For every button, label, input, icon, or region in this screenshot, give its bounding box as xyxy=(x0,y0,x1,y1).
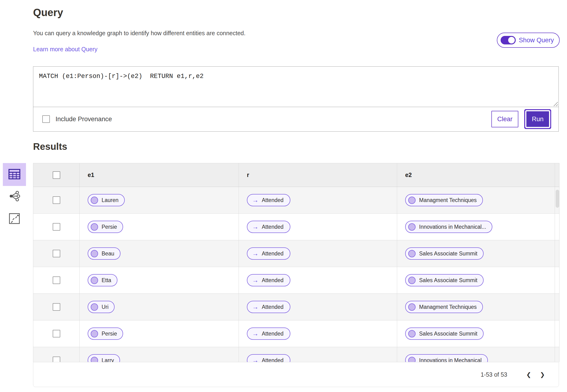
arrow-right-icon: → xyxy=(252,251,259,257)
table-view-button[interactable] xyxy=(3,163,26,186)
table-header-row: e1 r e2 xyxy=(33,163,559,187)
row-checkbox[interactable] xyxy=(53,277,60,284)
arrow-right-icon: → xyxy=(252,357,259,362)
arrow-right-icon: → xyxy=(252,224,259,230)
entity-pill-e2[interactable]: Innovations in Mechanical xyxy=(405,354,488,362)
pagination-range: 1-53 of 53 xyxy=(481,371,507,378)
relation-pill[interactable]: → Attended xyxy=(247,194,290,206)
entity-circle-icon xyxy=(408,303,415,311)
query-panel-footer: Include Provenance Clear Run xyxy=(33,107,558,131)
relation-pill[interactable]: → Attended xyxy=(247,221,290,233)
clear-button[interactable]: Clear xyxy=(491,111,518,127)
network-icon xyxy=(9,191,20,202)
entity-circle-icon xyxy=(91,277,98,284)
entity-pill-e1[interactable]: Etta xyxy=(88,274,117,286)
show-query-toggle[interactable]: Show Query xyxy=(497,33,560,48)
results-title: Results xyxy=(33,141,67,152)
entity-pill-e2[interactable]: Managment Techniques xyxy=(405,301,483,313)
row-checkbox[interactable] xyxy=(53,223,60,231)
table-icon xyxy=(8,169,21,180)
entity-pill-e2[interactable]: Innovations in Mechanical... xyxy=(405,221,492,233)
entity-pill-e2[interactable]: Sales Associate Summit xyxy=(405,327,484,340)
query-panel: MATCH (e1:Person)-[r]->(e2) RETURN e1,r,… xyxy=(33,66,559,132)
entity-circle-icon xyxy=(91,223,98,231)
entity-circle-icon xyxy=(408,357,415,362)
entity-circle-icon xyxy=(91,357,98,362)
entity-circle-icon xyxy=(408,330,415,337)
entity-pill-e1[interactable]: Persie xyxy=(88,327,123,340)
row-checkbox[interactable] xyxy=(53,330,60,337)
entity-circle-icon xyxy=(408,250,415,257)
table-row: Etta → Attended Sales Associate Summit xyxy=(33,267,559,294)
entity-pill-e1[interactable]: Uri xyxy=(88,301,115,313)
arrow-right-icon: → xyxy=(252,331,259,337)
select-all-checkbox[interactable] xyxy=(53,171,60,179)
table-row: Persie → Attended Innovations in Mechani… xyxy=(33,214,559,240)
include-provenance-checkbox[interactable] xyxy=(42,115,50,123)
entity-circle-icon xyxy=(91,250,98,257)
previous-page-button[interactable]: ❮ xyxy=(522,371,536,378)
entity-circle-icon xyxy=(91,196,98,204)
arrow-right-icon: → xyxy=(252,277,259,283)
row-checkbox[interactable] xyxy=(53,196,60,204)
path-icon xyxy=(9,213,20,225)
relation-pill[interactable]: → Attended xyxy=(247,354,290,362)
entity-pill-e1[interactable]: Larry xyxy=(88,354,120,362)
entity-pill-e1[interactable]: Beau xyxy=(88,247,121,260)
entity-pill-e2[interactable]: Sales Associate Summit xyxy=(405,274,484,286)
toggle-knob xyxy=(508,37,515,43)
row-checkbox[interactable] xyxy=(53,250,60,257)
network-view-button[interactable] xyxy=(6,189,23,204)
next-page-button[interactable]: ❯ xyxy=(536,371,549,378)
show-query-label: Show Query xyxy=(519,37,554,44)
include-provenance-label: Include Provenance xyxy=(55,115,112,123)
entity-circle-icon xyxy=(408,196,415,204)
results-table: e1 r e2 Lauren → Attended Managment Tech… xyxy=(33,163,559,362)
arrow-right-icon: → xyxy=(252,197,259,203)
query-input[interactable]: MATCH (e1:Person)-[r]->(e2) RETURN e1,r,… xyxy=(33,67,558,107)
toggle-switch-icon[interactable] xyxy=(501,36,516,44)
table-row: Beau → Attended Sales Associate Summit xyxy=(33,240,559,267)
vertical-scrollbar[interactable] xyxy=(556,190,559,208)
relation-pill[interactable]: → Attended xyxy=(247,247,290,260)
arrow-right-icon: → xyxy=(252,304,259,310)
table-row: Larry → Attended Innovations in Mechanic… xyxy=(33,347,559,362)
path-view-button[interactable] xyxy=(7,212,22,226)
table-row: Uri → Attended Managment Techniques xyxy=(33,294,559,321)
entity-pill-e2[interactable]: Sales Associate Summit xyxy=(405,247,484,260)
entity-circle-icon xyxy=(91,330,98,337)
relation-pill[interactable]: → Attended xyxy=(247,274,290,286)
learn-more-link[interactable]: Learn more about Query xyxy=(33,46,97,53)
entity-pill-e1[interactable]: Lauren xyxy=(88,194,125,206)
table-row: Lauren → Attended Managment Techniques xyxy=(33,187,559,214)
entity-pill-e2[interactable]: Managment Techniques xyxy=(405,194,483,206)
entity-circle-icon xyxy=(408,277,415,284)
run-button[interactable]: Run xyxy=(526,111,549,127)
entity-pill-e1[interactable]: Persie xyxy=(88,221,123,233)
column-header-r[interactable]: r xyxy=(239,163,397,187)
entity-circle-icon xyxy=(91,303,98,311)
column-header-e2[interactable]: e2 xyxy=(397,163,555,187)
relation-pill[interactable]: → Attended xyxy=(247,301,290,313)
row-checkbox[interactable] xyxy=(53,357,60,362)
row-checkbox[interactable] xyxy=(53,303,60,311)
column-header-e1[interactable]: e1 xyxy=(80,163,239,187)
pagination-bar: 1-53 of 53 ❮ ❯ xyxy=(33,362,559,387)
entity-circle-icon xyxy=(408,223,415,231)
relation-pill[interactable]: → Attended xyxy=(247,327,290,340)
table-row: Persie → Attended Sales Associate Summit xyxy=(33,321,559,347)
page-title: Query xyxy=(33,7,63,18)
query-description: You can query a knowledge graph to ident… xyxy=(33,30,246,37)
table-body: Lauren → Attended Managment Techniques P… xyxy=(33,187,559,362)
